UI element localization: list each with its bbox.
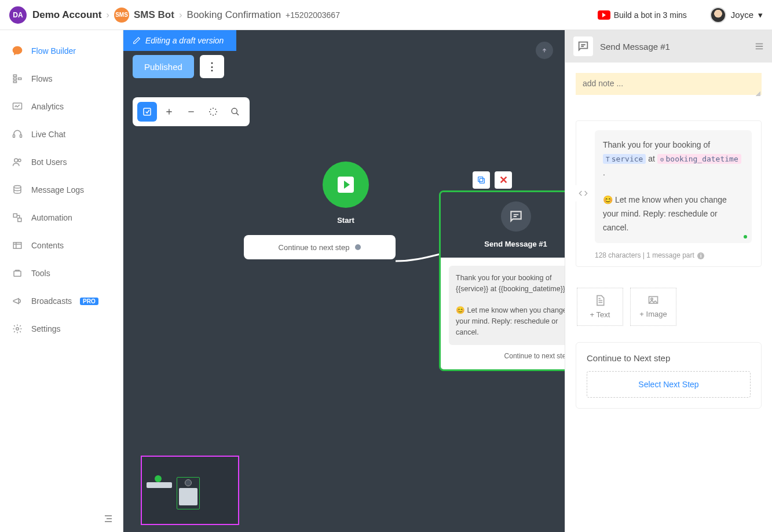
- start-continue-pill[interactable]: Continue to next step: [244, 235, 396, 259]
- gear-icon: [12, 323, 23, 335]
- svg-rect-10: [13, 214, 17, 217]
- image-icon: [647, 295, 660, 306]
- info-icon[interactable]: i: [697, 252, 704, 259]
- nav-label: Flow Builder: [31, 46, 76, 56]
- minimap-pill-icon: [147, 482, 172, 488]
- svg-rect-27: [478, 177, 483, 182]
- zoom-out-button[interactable]: [181, 102, 201, 122]
- message-icon: [573, 36, 593, 56]
- message-preview[interactable]: Thank you for your booking of {{service}…: [449, 266, 565, 345]
- code-toggle-icon[interactable]: [575, 185, 591, 201]
- search-button[interactable]: [225, 102, 245, 122]
- nav-label: Analytics: [31, 102, 64, 111]
- note-input[interactable]: [576, 73, 762, 95]
- variable-service[interactable]: Tservice: [603, 154, 646, 164]
- node-title: Send Message #1: [450, 240, 565, 248]
- chat-bubble-icon: [12, 45, 23, 57]
- analytics-icon: [12, 101, 23, 112]
- user-avatar-icon: [710, 7, 726, 23]
- node-continue-row[interactable]: Continue to next step: [449, 345, 565, 361]
- svg-rect-26: [480, 178, 484, 183]
- chevron-right-icon: ›: [106, 9, 109, 21]
- upload-button[interactable]: [536, 42, 553, 59]
- send-message-node[interactable]: ✕ Send Message #1 Thank you for your boo…: [439, 190, 565, 371]
- video-link-label: Build a bot in 3 mins: [614, 10, 687, 20]
- add-image-block[interactable]: + Image: [630, 288, 676, 326]
- svg-point-16: [213, 108, 214, 109]
- svg-point-8: [19, 159, 21, 162]
- minimap-node-icon: [177, 477, 200, 509]
- build-bot-video-link[interactable]: Build a bot in 3 mins: [598, 10, 687, 20]
- sidebar-item-automation[interactable]: Automation: [0, 204, 123, 232]
- user-menu[interactable]: Joyce ▾: [710, 7, 763, 23]
- right-panel: Send Message #1 Thank you for your booki…: [565, 30, 772, 532]
- sidebar-item-analytics[interactable]: Analytics: [0, 93, 123, 120]
- connector-dot-icon[interactable]: [355, 244, 361, 250]
- svg-rect-11: [18, 218, 21, 222]
- svg-rect-15: [144, 108, 151, 115]
- canvas[interactable]: Editing a draft version Published ⋮: [123, 30, 565, 532]
- nav-label: Tools: [31, 269, 50, 278]
- breadcrumb-bot[interactable]: SMS Bot: [134, 9, 174, 21]
- sidebar-item-bot-users[interactable]: Bot Users: [0, 148, 123, 176]
- svg-rect-4: [13, 103, 22, 109]
- message-text-editor[interactable]: Thank you for your booking of Tservice a…: [595, 130, 752, 243]
- sidebar-item-message-logs[interactable]: Message Logs: [0, 176, 123, 204]
- fit-view-button[interactable]: [137, 102, 157, 122]
- phone-number: +15202003667: [286, 10, 340, 20]
- nav-label: Live Chat: [31, 130, 65, 139]
- svg-point-18: [216, 111, 217, 112]
- msg-text: .: [603, 168, 605, 177]
- start-node[interactable]: Start Continue to next step: [296, 162, 396, 259]
- variable-booking-datetime[interactable]: ⊙booking_datetime: [657, 154, 741, 164]
- svg-point-14: [16, 328, 19, 331]
- add-text-block[interactable]: + Text: [577, 288, 623, 326]
- svg-point-23: [210, 109, 211, 110]
- sidebar-item-flow-builder[interactable]: Flow Builder: [0, 37, 123, 65]
- youtube-icon: [598, 10, 610, 20]
- sidebar-item-settings[interactable]: Settings: [0, 315, 123, 343]
- svg-point-24: [232, 108, 237, 113]
- add-text-label: + Text: [590, 310, 610, 319]
- more-options-button[interactable]: ⋮: [200, 55, 224, 78]
- megaphone-icon: [12, 295, 23, 307]
- zoom-in-button[interactable]: [159, 102, 179, 122]
- select-next-step-button[interactable]: Select Next Step: [587, 371, 751, 398]
- msg-text: 😊 Let me know when you change your mind.…: [603, 195, 727, 232]
- breadcrumb-flow[interactable]: Booking Confirmation: [187, 9, 281, 21]
- svg-rect-5: [13, 135, 15, 138]
- panel-title: Send Message #1: [600, 42, 748, 52]
- nav-label: Contents: [31, 241, 64, 250]
- message-icon: [501, 201, 531, 232]
- minimap-start-icon: [155, 475, 162, 482]
- sms-icon: SMS: [114, 8, 129, 23]
- svg-point-21: [210, 113, 211, 115]
- svg-point-17: [215, 109, 216, 110]
- sidebar: Flow Builder Flows Analytics Live Chat B…: [0, 30, 123, 532]
- published-button[interactable]: Published: [133, 55, 194, 78]
- minimap[interactable]: [141, 456, 239, 525]
- svg-point-9: [14, 186, 21, 189]
- breadcrumb-account[interactable]: Demo Account: [32, 9, 101, 21]
- svg-point-20: [213, 115, 214, 116]
- delete-node-button[interactable]: ✕: [495, 171, 512, 189]
- panel-menu-icon[interactable]: [755, 42, 764, 50]
- sidebar-item-broadcasts[interactable]: Broadcasts PRO: [0, 287, 123, 315]
- duplicate-node-button[interactable]: [473, 171, 490, 189]
- svg-rect-3: [19, 78, 21, 80]
- account-avatar[interactable]: DA: [9, 6, 27, 24]
- flows-icon: [12, 73, 23, 85]
- sidebar-item-tools[interactable]: Tools: [0, 259, 123, 287]
- next-step-section: Continue to Next step Select Next Step: [576, 342, 762, 409]
- sidebar-item-live-chat[interactable]: Live Chat: [0, 120, 123, 148]
- contents-icon: [12, 240, 23, 251]
- headset-icon: [12, 129, 23, 140]
- loading-icon[interactable]: [203, 102, 223, 122]
- user-name: Joyce: [731, 10, 753, 20]
- sidebar-item-contents[interactable]: Contents: [0, 232, 123, 259]
- sidebar-collapse-icon[interactable]: [103, 515, 114, 523]
- char-count: 128 characters | 1 message part i: [576, 247, 761, 266]
- sidebar-item-flows[interactable]: Flows: [0, 65, 123, 93]
- next-step-title: Continue to Next step: [587, 353, 751, 363]
- status-dot-icon: [744, 235, 747, 239]
